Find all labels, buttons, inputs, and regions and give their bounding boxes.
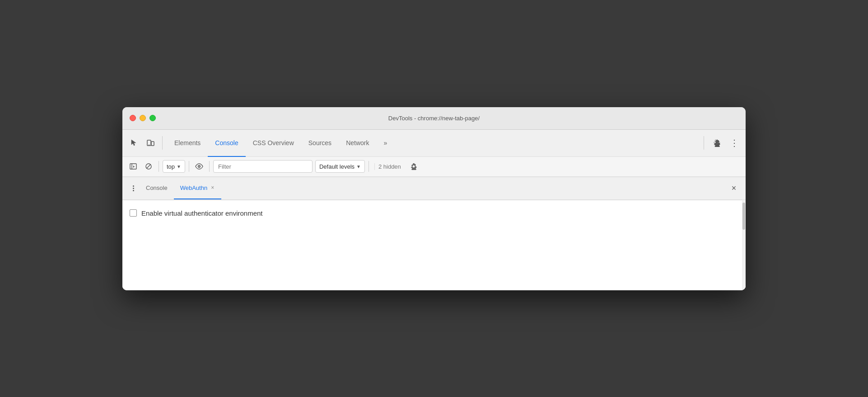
title-bar: DevTools - chrome://new-tab-page/ bbox=[122, 107, 746, 130]
clear-button[interactable] bbox=[142, 160, 155, 173]
close-icon: × bbox=[732, 184, 737, 193]
tab-css-overview[interactable]: CSS Overview bbox=[246, 130, 301, 157]
filter-input[interactable] bbox=[213, 160, 313, 173]
minimize-button[interactable] bbox=[140, 115, 146, 121]
toolbar-divider-4 bbox=[369, 161, 369, 172]
device-mode-button[interactable] bbox=[143, 136, 158, 150]
drawer-tab-console[interactable]: Console bbox=[140, 177, 174, 199]
toolbar-divider bbox=[159, 161, 159, 172]
drawer: Console WebAuthn × × Enable virtual auth… bbox=[122, 177, 746, 290]
scrollbar-track bbox=[742, 200, 746, 290]
toolbar-divider bbox=[162, 136, 163, 150]
svg-rect-1 bbox=[151, 142, 154, 146]
tab-network[interactable]: Network bbox=[339, 130, 376, 157]
live-expressions-button[interactable] bbox=[193, 160, 205, 173]
gear-icon bbox=[713, 139, 721, 147]
console-toolbar: top ▼ Default levels ▼ 2 hidden bbox=[122, 157, 746, 177]
drawer-more-button[interactable] bbox=[127, 182, 140, 194]
svg-line-7 bbox=[147, 165, 151, 169]
gear-icon bbox=[410, 163, 417, 170]
main-toolbar: Elements Console CSS Overview Sources Ne… bbox=[122, 130, 746, 157]
scrollbar-thumb[interactable] bbox=[742, 203, 745, 230]
dropdown-arrow-icon: ▼ bbox=[177, 164, 181, 169]
authenticator-env-checkbox[interactable] bbox=[130, 209, 137, 217]
context-value: top bbox=[167, 163, 175, 170]
tab-nav: Elements Console CSS Overview Sources Ne… bbox=[167, 130, 699, 156]
dot bbox=[133, 190, 134, 191]
context-selector[interactable]: top ▼ bbox=[163, 160, 185, 173]
block-icon bbox=[145, 163, 152, 170]
drawer-content-area: Enable virtual authenticator environment bbox=[122, 200, 746, 290]
drawer-tabs: Console WebAuthn × × bbox=[122, 177, 746, 200]
tab-console[interactable]: Console bbox=[208, 130, 245, 157]
svg-point-3 bbox=[716, 142, 718, 144]
toolbar-right: ⋮ bbox=[701, 136, 741, 150]
levels-arrow-icon: ▼ bbox=[356, 164, 361, 169]
log-levels-selector[interactable]: Default levels ▼ bbox=[315, 160, 365, 173]
svg-point-9 bbox=[199, 166, 200, 167]
eye-icon bbox=[195, 162, 203, 170]
close-button[interactable] bbox=[130, 115, 136, 121]
close-webauthn-tab-button[interactable]: × bbox=[210, 184, 215, 191]
settings-button[interactable] bbox=[709, 136, 724, 150]
more-tabs-button[interactable]: » bbox=[376, 130, 394, 157]
window-title: DevTools - chrome://new-tab-page/ bbox=[388, 115, 480, 122]
pointer-icon bbox=[130, 139, 138, 147]
levels-label: Default levels bbox=[319, 163, 355, 170]
inspector-button[interactable] bbox=[127, 136, 141, 150]
drawer-content: Enable virtual authenticator environment bbox=[122, 200, 746, 290]
dot bbox=[133, 185, 134, 187]
maximize-button[interactable] bbox=[149, 115, 156, 121]
drawer-tab-webauthn[interactable]: WebAuthn × bbox=[174, 177, 221, 199]
hidden-count: 2 hidden bbox=[374, 163, 405, 170]
console-settings-button[interactable] bbox=[407, 160, 420, 173]
sidebar-icon bbox=[130, 163, 137, 170]
devtools-window: DevTools - chrome://new-tab-page/ Elemen… bbox=[122, 107, 746, 290]
authenticator-env-label[interactable]: Enable virtual authenticator environment bbox=[130, 209, 263, 217]
more-options-icon: ⋮ bbox=[730, 137, 738, 148]
dot bbox=[133, 188, 134, 189]
right-divider bbox=[704, 136, 704, 150]
toolbar-divider-2 bbox=[189, 161, 189, 172]
authenticator-env-text: Enable virtual authenticator environment bbox=[141, 209, 263, 217]
sidebar-toggle-button[interactable] bbox=[127, 160, 140, 173]
tab-sources[interactable]: Sources bbox=[301, 130, 339, 157]
toolbar-divider-3 bbox=[209, 161, 210, 172]
device-icon bbox=[146, 139, 154, 147]
traffic-lights bbox=[130, 115, 156, 121]
close-drawer-button[interactable]: × bbox=[728, 182, 740, 194]
tab-elements[interactable]: Elements bbox=[167, 130, 208, 157]
more-options-button[interactable]: ⋮ bbox=[727, 136, 741, 150]
